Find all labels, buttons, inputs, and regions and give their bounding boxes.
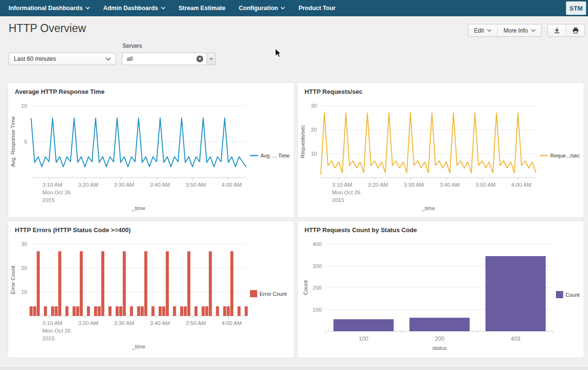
series-bar [410, 318, 470, 331]
chart-title: HTTP Requests/sec [298, 83, 584, 95]
export-button-group [547, 24, 585, 37]
nav-item-label: Admin Dashboards [103, 5, 158, 11]
svg-text:Mon Oct 26: Mon Oct 26 [43, 328, 71, 334]
page-footer-divider [0, 368, 588, 370]
svg-text:Mon Oct 26: Mon Oct 26 [332, 190, 360, 195]
svg-text:Avg. Response Time: Avg. Response Time [10, 116, 16, 167]
svg-text:4:00 AM: 4:00 AM [512, 182, 532, 188]
svg-text:10: 10 [311, 151, 317, 157]
nav-item-stream-estimate[interactable]: Stream Estimate [172, 0, 232, 16]
chart-svg: 100200300400100200403statusCountCount [298, 234, 584, 352]
series-bar [216, 306, 219, 316]
series-bar [37, 251, 40, 316]
download-icon [554, 27, 560, 34]
series-bar [209, 251, 212, 316]
series-bar [80, 251, 83, 316]
svg-text:100: 100 [359, 336, 368, 342]
svg-text:status: status [432, 345, 447, 351]
svg-text:4:00 AM: 4:00 AM [222, 320, 242, 326]
series-bar [195, 306, 197, 316]
nav-item-informational-dashboards[interactable]: Informational Dashboards [2, 0, 97, 16]
print-button[interactable] [566, 24, 585, 36]
chevron-down-icon [106, 57, 111, 61]
legend-swatch [250, 290, 257, 297]
chart-svg: 5103:10 AMMon Oct 2620153:20 AM3:30 AM3:… [8, 95, 294, 213]
nav-item-label: Informational Dashboards [9, 5, 83, 11]
series-bar [58, 251, 61, 316]
download-button[interactable] [548, 24, 566, 36]
svg-text:200: 200 [435, 336, 444, 342]
svg-text:100: 100 [313, 307, 322, 313]
svg-text:Mon Oct 26: Mon Oct 26 [43, 190, 71, 195]
legend-label: Avg. ... Time [261, 153, 290, 158]
svg-text:3:20 AM: 3:20 AM [368, 182, 388, 188]
nav-item-configuration[interactable]: Configuration [232, 0, 292, 16]
nav-item-product-tour[interactable]: Product Tour [292, 0, 342, 16]
chart-http-errors[interactable]: 1020303:10 AMMon Oct 2620153:20 AM3:30 A… [8, 234, 294, 353]
series-bar [486, 256, 546, 331]
chart-svg: 1020303:10 AMMon Oct 2620153:20 AM3:30 A… [298, 95, 584, 213]
svg-text:3:20 AM: 3:20 AM [78, 182, 98, 188]
chart-title: HTTP Requests Count by Status Code [298, 221, 584, 234]
svg-text:10: 10 [21, 289, 27, 295]
svg-text:400: 400 [313, 241, 322, 247]
svg-text:_time: _time [421, 205, 435, 211]
clear-icon[interactable]: ✕ [196, 56, 203, 62]
series-bar [205, 306, 208, 316]
svg-text:10: 10 [21, 103, 27, 109]
series-bar [73, 306, 76, 316]
nav-item-label: Configuration [239, 5, 278, 11]
series-bar [184, 306, 186, 316]
servers-combo: ✕ [122, 53, 216, 65]
series-bar [141, 306, 143, 316]
panel-http-errors: HTTP Errors (HTTP Status Code >=400) 102… [8, 221, 294, 358]
chart-average-http-response-time[interactable]: 5103:10 AMMon Oct 2620153:20 AM3:30 AM3:… [8, 95, 294, 215]
legend-label: Reque.../sec [550, 153, 580, 158]
series-line [31, 118, 246, 167]
time-range-field: Last 60 minutes [9, 53, 116, 65]
edit-button-group: Edit More Info [468, 24, 542, 37]
chevron-down-icon [86, 7, 90, 10]
nav-item-label: Product Tour [298, 5, 336, 11]
time-range-picker[interactable]: Last 60 minutes [9, 53, 116, 65]
svg-text:3:40 AM: 3:40 AM [440, 182, 460, 188]
series-bar [180, 306, 183, 316]
series-bar [65, 306, 68, 316]
servers-input[interactable] [122, 53, 207, 65]
series-bar [223, 306, 226, 316]
svg-text:Error Count: Error Count [10, 265, 16, 294]
series-bar [144, 251, 147, 316]
series-bar [166, 251, 169, 316]
brand-badge[interactable]: STM [566, 1, 586, 15]
svg-text:Requests/sec: Requests/sec [300, 125, 305, 158]
svg-text:3:30 AM: 3:30 AM [404, 182, 424, 188]
svg-text:200: 200 [313, 285, 322, 291]
svg-text:20: 20 [311, 127, 317, 133]
more-info-button[interactable]: More Info [497, 24, 541, 36]
series-bar [76, 306, 79, 316]
series-bar [98, 306, 100, 316]
panel-http-requests-per-sec: HTTP Requests/sec 1020303:10 AMMon Oct 2… [297, 82, 584, 218]
svg-text:2015: 2015 [43, 336, 55, 341]
svg-text:Count: Count [303, 280, 308, 295]
series-bar [119, 306, 122, 316]
series-bar [123, 251, 126, 316]
svg-text:3:10 AM: 3:10 AM [43, 182, 63, 188]
time-range-value: Last 60 minutes [14, 56, 56, 62]
nav-item-admin-dashboards[interactable]: Admin Dashboards [97, 0, 172, 16]
svg-text:3:10 AM: 3:10 AM [332, 182, 352, 188]
panel-average-http-response-time: Average HTTP Response Time 5103:10 AMMon… [8, 82, 294, 218]
series-bar [94, 306, 97, 316]
panel-http-requests-count-by-status-code: HTTP Requests Count by Status Code 10020… [297, 221, 584, 358]
svg-text:3:50 AM: 3:50 AM [186, 320, 206, 326]
servers-field: Servers ✕ [122, 43, 216, 65]
svg-text:3:40 AM: 3:40 AM [150, 320, 170, 326]
svg-text:_time: _time [131, 205, 145, 211]
servers-label: Servers [122, 43, 216, 49]
chart-http-requests-per-sec[interactable]: 1020303:10 AMMon Oct 2620153:20 AM3:30 A… [298, 95, 584, 215]
svg-text:3:10 AM: 3:10 AM [43, 320, 63, 326]
series-bar [54, 306, 57, 316]
chart-http-requests-count-by-status-code[interactable]: 100200300400100200403statusCountCount [298, 234, 584, 354]
servers-dropdown-button[interactable] [207, 53, 216, 65]
edit-button[interactable]: Edit [468, 24, 498, 36]
